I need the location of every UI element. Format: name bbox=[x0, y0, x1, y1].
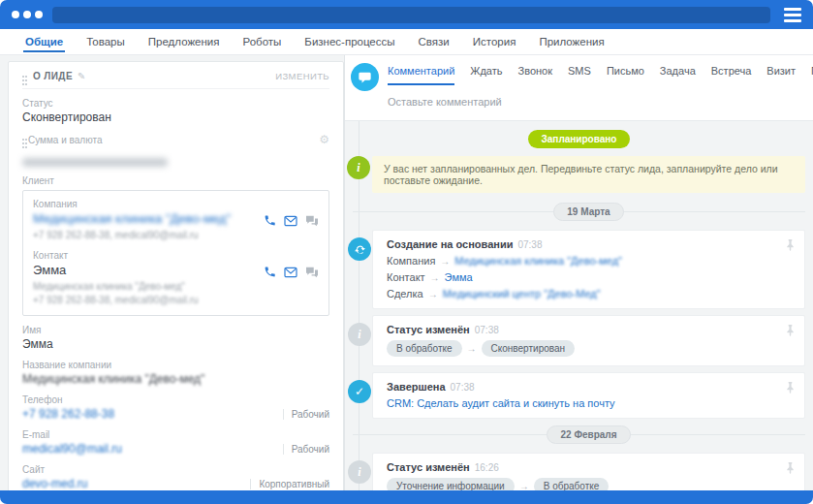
tab-history[interactable]: История bbox=[461, 29, 528, 54]
contact-company: Медицинская клиника "Дево-мед" bbox=[33, 281, 319, 292]
info-icon: i bbox=[348, 323, 371, 346]
edit-pencil-icon[interactable]: ✎ bbox=[78, 71, 86, 81]
contact-contacts: +7 928 262-88-38, medical90@mail.ru bbox=[33, 295, 319, 305]
company-link[interactable]: Медицинская клиника "Дево-мед" bbox=[33, 211, 231, 226]
tab-robots[interactable]: Роботы bbox=[232, 29, 294, 54]
date-separator: 22 Февраля bbox=[372, 425, 805, 444]
timeline-entry-created-from[interactable]: Создание на основании07:38 Компания→Меди… bbox=[372, 230, 805, 309]
contact-name[interactable]: Эмма bbox=[33, 263, 66, 277]
tab-quotes[interactable]: Предложения bbox=[137, 29, 232, 54]
timeline-entry-status-changed[interactable]: i Статус изменён16:26 Уточнение информац… bbox=[372, 453, 805, 490]
timeline-panel: Комментарий Ждать Звонок SMS Письмо Зада… bbox=[344, 55, 813, 490]
contact-link[interactable]: Эмма bbox=[445, 271, 473, 283]
email-field: E-mail medical90@mail.ru Рабочий bbox=[22, 429, 329, 456]
task-link[interactable]: CRM: Сделать аудит сайта и скинуть на по… bbox=[387, 397, 615, 409]
tab-links[interactable]: Связи bbox=[407, 29, 461, 54]
status-badge: В обработке bbox=[387, 340, 462, 357]
pin-icon[interactable] bbox=[785, 238, 796, 251]
status-badge: Уточнение информации bbox=[387, 478, 515, 490]
pin-icon[interactable] bbox=[785, 324, 796, 336]
about-lead-title: О ЛИДЕ ✎ bbox=[22, 71, 86, 81]
tab-letter[interactable]: Письмо bbox=[607, 65, 644, 77]
tab-products[interactable]: Товары bbox=[75, 29, 137, 54]
phone-type: Рабочий bbox=[283, 409, 329, 420]
company-name-field: Название компании Медицинская клиника "Д… bbox=[22, 360, 329, 386]
tab-visit[interactable]: Визит bbox=[766, 65, 796, 77]
timeline-entry-status-changed[interactable]: i Статус изменён07:38 В обработке→Сконве… bbox=[372, 315, 805, 366]
tab-meeting[interactable]: Встреча bbox=[711, 65, 752, 77]
edit-lead-button[interactable]: ИЗМЕНИТЬ bbox=[275, 71, 329, 81]
email-type: Рабочий bbox=[283, 444, 329, 455]
tab-bizproc[interactable]: Бизнес-процессы bbox=[293, 29, 406, 54]
pin-icon[interactable] bbox=[785, 381, 796, 394]
activity-composer: Комментарий Ждать Звонок SMS Письмо Зада… bbox=[345, 55, 813, 121]
info-icon: i bbox=[348, 460, 371, 484]
about-lead-card: О ЛИДЕ ✎ ИЗМЕНИТЬ Статус Сконвертирован … bbox=[8, 61, 344, 490]
address-bar[interactable] bbox=[52, 7, 770, 23]
browser-window: Общие Товары Предложения Роботы Бизнес-п… bbox=[0, 0, 813, 504]
info-icon: i bbox=[347, 156, 370, 179]
sync-icon bbox=[348, 237, 371, 261]
site-field: Сайт devo-med.ru Корпоративный bbox=[22, 464, 329, 490]
status-badge: В обработке bbox=[534, 478, 610, 490]
pin-icon[interactable] bbox=[785, 461, 796, 474]
phone-link[interactable]: +7 928 262-88-38 bbox=[22, 407, 114, 421]
tab-apps[interactable]: Приложения bbox=[527, 29, 615, 54]
deal-link[interactable]: Медицинский центр "Дево-Мед" bbox=[443, 288, 601, 299]
tab-wait[interactable]: Ждать bbox=[470, 65, 502, 77]
window-bottom-frame bbox=[0, 490, 813, 504]
status-field: Статус Сконвертирован bbox=[22, 98, 329, 124]
sum-field: Сумма и валюта ⚙ bbox=[22, 133, 329, 167]
company-link[interactable]: Медицинская клиника "Дево-мед" bbox=[454, 255, 622, 267]
site-type: Корпоративный bbox=[250, 479, 329, 489]
client-field: Клиент Компания Медицинская клиника "Дев… bbox=[22, 175, 329, 316]
tab-task[interactable]: Задача bbox=[660, 65, 696, 77]
window-controls[interactable] bbox=[12, 11, 43, 18]
sum-value-redacted bbox=[22, 158, 168, 167]
lead-details-panel: О ЛИДЕ ✎ ИЗМЕНИТЬ Статус Сконвертирован … bbox=[0, 55, 344, 490]
email-link[interactable]: medical90@mail.ru bbox=[22, 442, 122, 456]
tab-comment[interactable]: Комментарий bbox=[388, 65, 454, 77]
client-box: Компания Медицинская клиника "Дево-мед" … bbox=[22, 190, 329, 316]
email-icon[interactable] bbox=[284, 267, 297, 278]
tab-sms[interactable]: SMS bbox=[568, 65, 591, 77]
email-icon[interactable] bbox=[284, 215, 297, 227]
chat-icon[interactable] bbox=[305, 215, 319, 227]
phone-icon[interactable] bbox=[264, 266, 276, 278]
tab-call[interactable]: Звонок bbox=[518, 65, 553, 77]
status-badge: Сконвертирован bbox=[482, 340, 575, 357]
site-link[interactable]: devo-med.ru bbox=[22, 477, 87, 490]
drag-handle-icon[interactable] bbox=[22, 139, 24, 141]
comment-bubble-icon[interactable] bbox=[351, 63, 379, 91]
no-activities-banner: i У вас нет запланированных дел. Передви… bbox=[372, 156, 805, 193]
main-tabbar: Общие Товары Предложения Роботы Бизнес-п… bbox=[0, 29, 813, 55]
phone-field: Телефон +7 928 262-88-38 Рабочий bbox=[22, 394, 329, 421]
name-field: Имя Эмма bbox=[22, 325, 329, 351]
tab-general[interactable]: Общие bbox=[14, 29, 75, 54]
date-separator: 19 Марта bbox=[372, 202, 805, 221]
planned-badge[interactable]: Запланировано bbox=[528, 130, 631, 148]
timeline-feed[interactable]: Запланировано i У вас нет запланированны… bbox=[345, 121, 813, 490]
timeline-entry-task-completed[interactable]: ✓ Завершена07:38 CRM: Сделать аудит сайт… bbox=[372, 372, 805, 419]
phone-icon[interactable] bbox=[264, 214, 276, 227]
comment-input[interactable] bbox=[388, 85, 801, 120]
window-titlebar bbox=[0, 0, 813, 29]
menu-icon[interactable] bbox=[784, 8, 801, 22]
company-contacts: +7 928 262-88-38, medical90@mail.ru bbox=[33, 230, 319, 240]
gear-icon[interactable]: ⚙ bbox=[319, 133, 329, 146]
drag-handle-icon[interactable] bbox=[22, 76, 24, 78]
check-icon: ✓ bbox=[348, 380, 371, 403]
activity-tabbar: Комментарий Ждать Звонок SMS Письмо Зада… bbox=[388, 65, 801, 85]
chat-icon[interactable] bbox=[305, 267, 319, 278]
status-value: Сконвертирован bbox=[22, 110, 329, 124]
